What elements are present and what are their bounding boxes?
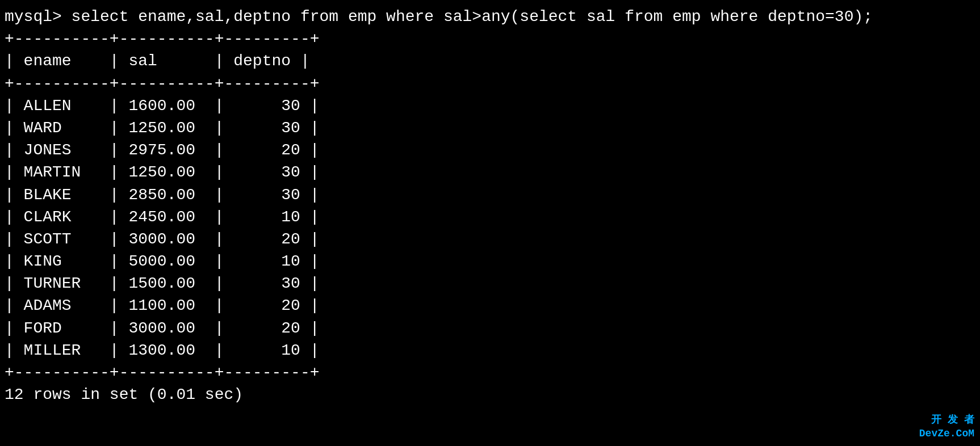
table-row: | WARD | 1250.00 | 30 |: [5, 117, 975, 139]
table-row: | SCOTT | 3000.00 | 20 |: [5, 228, 975, 250]
header-row: | ename | sal | deptno |: [5, 50, 975, 72]
table-row: | CLARK | 2450.00 | 10 |: [5, 206, 975, 228]
table-row: | KING | 5000.00 | 10 |: [5, 250, 975, 272]
table-row: | BLAKE | 2850.00 | 30 |: [5, 184, 975, 206]
table-row: | FORD | 3000.00 | 20 |: [5, 317, 975, 339]
terminal-window: mysql> select ename,sal,deptno from emp …: [0, 0, 980, 446]
table-row: | MARTIN | 1250.00 | 30 |: [5, 161, 975, 183]
watermark-line2: DevZe.CoM: [919, 427, 974, 440]
watermark: 开 发 者 DevZe.CoM: [919, 414, 974, 440]
border-top: +----------+----------+---------+: [5, 28, 975, 50]
result-summary: 12 rows in set (0.01 sec): [5, 384, 975, 406]
table-row: | MILLER | 1300.00 | 10 |: [5, 339, 975, 361]
prompt-line: mysql>: [5, 423, 975, 446]
query-line: mysql> select ename,sal,deptno from emp …: [5, 6, 975, 28]
table-body: | ALLEN | 1600.00 | 30 || WARD | 1250.00…: [5, 95, 975, 361]
table-row: | ADAMS | 1100.00 | 20 |: [5, 294, 975, 317]
border-bottom: +----------+----------+---------+: [5, 361, 975, 384]
border-mid: +----------+----------+---------+: [5, 73, 975, 95]
watermark-line1: 开 发 者: [919, 414, 974, 427]
table-row: | JONES | 2975.00 | 20 |: [5, 139, 975, 161]
table-row: | ALLEN | 1600.00 | 30 |: [5, 95, 975, 117]
table-row: | TURNER | 1500.00 | 30 |: [5, 272, 975, 294]
